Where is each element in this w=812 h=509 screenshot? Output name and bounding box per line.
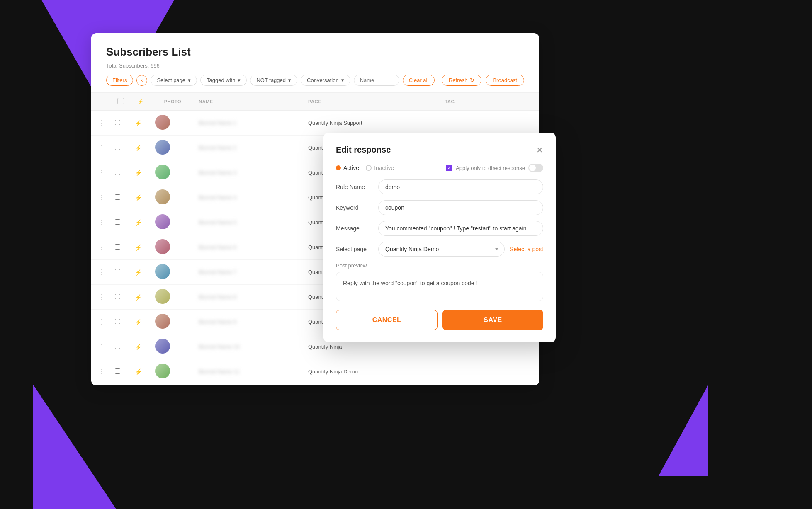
row-menu-dots[interactable]: ⋮: [91, 210, 111, 235]
filters-chevron-button[interactable]: ‹: [136, 75, 147, 86]
tagged-with-dropdown[interactable]: Tagged with ▾: [200, 75, 247, 86]
row-menu-dots[interactable]: ⋮: [91, 136, 111, 160]
avatar: [155, 314, 170, 329]
status-options: Active Inactive: [336, 165, 394, 171]
subscriber-name: Blurred Name 8: [199, 294, 236, 300]
row-menu-dots[interactable]: ⋮: [91, 334, 111, 359]
rule-name-row: Rule Name: [336, 179, 543, 194]
row-menu-dots[interactable]: ⋮: [91, 185, 111, 210]
row-photo-cell: [151, 111, 194, 136]
avatar: [155, 239, 170, 254]
row-checkbox[interactable]: [115, 219, 120, 225]
row-checkbox-cell: [111, 285, 130, 310]
row-menu-dots[interactable]: ⋮: [91, 310, 111, 334]
col-checkbox: [111, 93, 130, 111]
active-status-label[interactable]: Active: [336, 165, 359, 171]
select-all-checkbox[interactable]: [117, 98, 124, 104]
modal-close-button[interactable]: ✕: [536, 146, 543, 154]
message-input[interactable]: [378, 221, 543, 236]
direct-response-toggle[interactable]: [528, 164, 543, 172]
save-button[interactable]: SAVE: [442, 310, 543, 330]
subscriber-name: Blurred Name 9: [199, 319, 236, 325]
col-tag: TAG: [441, 93, 539, 111]
modal-header: Edit response ✕: [336, 145, 543, 155]
row-menu-dots[interactable]: ⋮: [91, 285, 111, 310]
row-checkbox[interactable]: [115, 368, 120, 374]
message-label: Message: [336, 225, 373, 232]
conversation-dropdown[interactable]: Conversation ▾: [301, 75, 350, 86]
row-tag-cell: [441, 111, 539, 136]
row-menu-dots[interactable]: ⋮: [91, 111, 111, 136]
row-photo-cell: [151, 160, 194, 185]
lightning-icon: ⚡: [135, 319, 142, 325]
select-page-dropdown[interactable]: Select page ▾: [151, 75, 197, 86]
row-lightning-cell: ⚡: [131, 185, 151, 210]
row-name-cell: Blurred Name 9: [194, 310, 304, 334]
filters-button[interactable]: Filters: [106, 75, 133, 86]
clear-all-button[interactable]: Clear all: [403, 75, 435, 86]
col-photo: PHOTO: [151, 93, 194, 111]
table-row: ⋮ ⚡ Blurred Name 1 Quantify Ninja Suppor…: [91, 111, 539, 136]
row-checkbox-cell: [111, 235, 130, 260]
subscriber-name: Blurred Name 3: [199, 170, 236, 176]
row-name-cell: Blurred Name 3: [194, 160, 304, 185]
lightning-icon: ⚡: [135, 294, 142, 301]
refresh-button[interactable]: Refresh ↻: [442, 75, 482, 86]
chevron-down-icon: ▾: [238, 77, 241, 83]
subscriber-name: Blurred Name 4: [199, 194, 236, 201]
row-checkbox[interactable]: [115, 294, 120, 299]
row-lightning-cell: ⚡: [131, 160, 151, 185]
col-name: NAME: [194, 93, 304, 111]
row-checkbox[interactable]: [115, 120, 120, 125]
cancel-button[interactable]: CANCEL: [336, 310, 438, 330]
row-photo-cell: [151, 185, 194, 210]
row-checkbox[interactable]: [115, 244, 120, 250]
row-name-cell: Blurred Name 11: [194, 359, 304, 379]
row-checkbox-cell: [111, 136, 130, 160]
subscriber-page: Quantify Ninja: [308, 344, 342, 350]
chevron-down-icon: ▾: [288, 77, 291, 83]
row-lightning-cell: ⚡: [131, 334, 151, 359]
page-select-dropdown[interactable]: Quantify Ninja Demo: [378, 242, 505, 257]
row-checkbox-cell: [111, 185, 130, 210]
avatar: [155, 364, 170, 378]
rule-name-input[interactable]: [378, 179, 543, 194]
lightning-icon: ⚡: [135, 344, 142, 350]
table-row: ⋮ ⚡ Blurred Name 11 Quantify Ninja Demo: [91, 359, 539, 379]
table-header-row: ⚡ PHOTO NAME PAGE TAG: [91, 93, 539, 111]
row-checkbox[interactable]: [115, 269, 120, 274]
lightning-icon: ⚡: [135, 120, 142, 126]
row-checkbox[interactable]: [115, 170, 120, 175]
row-photo-cell: [151, 136, 194, 160]
keyword-input[interactable]: [378, 200, 543, 215]
row-name-cell: Blurred Name 10: [194, 334, 304, 359]
row-checkbox[interactable]: [115, 194, 120, 200]
row-lightning-cell: ⚡: [131, 285, 151, 310]
row-photo-cell: [151, 334, 194, 359]
broadcast-button[interactable]: Broadcast: [486, 75, 524, 86]
row-lightning-cell: ⚡: [131, 111, 151, 136]
subscriber-name: Blurred Name 2: [199, 145, 236, 151]
subscriber-name: Blurred Name 1: [199, 120, 236, 126]
row-checkbox[interactable]: [115, 344, 120, 349]
row-menu-dots[interactable]: ⋮: [91, 235, 111, 260]
inactive-status-label[interactable]: Inactive: [366, 165, 394, 171]
avatar: [155, 339, 170, 354]
name-filter-input[interactable]: [354, 75, 399, 86]
select-post-button[interactable]: Select a post: [510, 246, 543, 252]
row-photo-cell: [151, 260, 194, 285]
row-menu-dots[interactable]: ⋮: [91, 260, 111, 285]
not-tagged-dropdown[interactable]: NOT tagged ▾: [250, 75, 297, 86]
message-row: Message: [336, 221, 543, 236]
modal-footer: CANCEL SAVE: [336, 310, 543, 330]
row-menu-dots[interactable]: ⋮: [91, 160, 111, 185]
row-checkbox[interactable]: [115, 319, 120, 324]
row-name-cell: Blurred Name 1: [194, 111, 304, 136]
direct-response-toggle-row: ✓ Apply only to direct response: [446, 164, 543, 172]
lightning-icon: ⚡: [135, 170, 142, 176]
row-menu-dots[interactable]: ⋮: [91, 359, 111, 379]
row-checkbox[interactable]: [115, 145, 120, 150]
col-dots: [91, 93, 111, 111]
refresh-icon: ↻: [470, 77, 474, 83]
direct-response-checkbox[interactable]: ✓: [446, 165, 452, 171]
